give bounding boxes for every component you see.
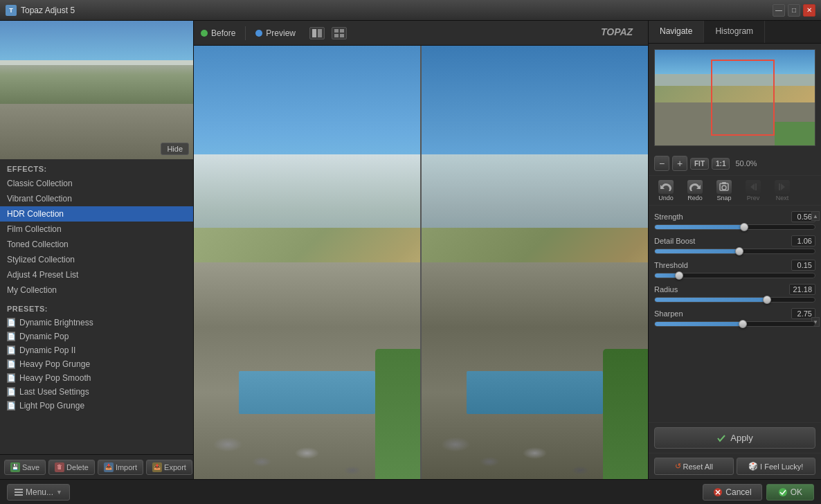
nav-grass <box>775 122 815 146</box>
radius-label: Radius <box>654 285 678 294</box>
toolbar-divider <box>245 26 246 40</box>
before-dot <box>201 30 208 37</box>
split-view-icon <box>312 29 322 37</box>
undo-button[interactable]: Undo <box>654 179 678 202</box>
sharpen-thumb[interactable] <box>739 320 747 328</box>
preset-icon: 📄 <box>7 401 15 411</box>
grid-view-icon <box>334 29 344 37</box>
delete-icon: 🗑 <box>55 462 64 472</box>
ok-button[interactable]: OK <box>766 484 814 501</box>
preset-item-heavygrunge[interactable]: 📄 Heavy Pop Grunge <box>0 357 193 371</box>
thumbnail-area: Hide <box>0 21 193 159</box>
export-button[interactable]: 📤 Export <box>146 460 192 475</box>
detail-boost-slider-row: Detail Boost 1.06 <box>654 235 815 254</box>
svg-rect-15 <box>15 492 23 493</box>
menu-icon <box>15 489 23 496</box>
redo-button[interactable]: Redo <box>683 179 707 202</box>
delete-button[interactable]: 🗑 Delete <box>48 460 95 475</box>
effect-item-my[interactable]: My Collection <box>0 282 193 298</box>
after-dot <box>255 30 262 37</box>
effects-list: Classic Collection Vibrant Collection HD… <box>0 176 193 298</box>
preset-item-lastused[interactable]: 📄 Last Used Settings <box>0 385 193 399</box>
tab-histogram[interactable]: Histogram <box>704 21 765 43</box>
bottom-actions: ↺ Reset All 🎲 I Feel Lucky! <box>649 453 821 479</box>
preset-item-heavysmooth[interactable]: 📄 Heavy Pop Smooth <box>0 371 193 385</box>
save-button[interactable]: 💾 Save <box>4 460 46 475</box>
preview-after <box>422 46 648 479</box>
detail-boost-slider[interactable] <box>654 249 815 254</box>
zoom-in-button[interactable]: + <box>672 156 687 171</box>
zoom-out-button[interactable]: − <box>654 156 669 171</box>
effects-section: EFFECTS: Classic Collection Vibrant Coll… <box>0 159 193 300</box>
preview-images <box>194 46 648 479</box>
import-icon: 📥 <box>104 462 114 472</box>
minimize-button[interactable]: — <box>773 4 785 17</box>
before-grass <box>375 349 420 479</box>
threshold-slider[interactable] <box>654 273 815 278</box>
presets-label: PRESETS: <box>0 305 193 316</box>
svg-rect-11 <box>755 183 757 190</box>
status-bar: Menu... ▼ Cancel OK <box>0 479 821 504</box>
effect-item-classic[interactable]: Classic Collection <box>0 176 193 191</box>
effect-item-film[interactable]: Film Collection <box>0 222 193 237</box>
effect-item-adjust4[interactable]: Adjust 4 Preset List <box>0 267 193 282</box>
left-toolbar: 💾 Save 🗑 Delete 📥 Import 📤 Export <box>0 454 193 479</box>
export-icon: 📤 <box>152 462 162 472</box>
maximize-button[interactable]: □ <box>788 4 800 17</box>
zoom-1to1-button[interactable]: 1:1 <box>712 158 730 170</box>
nav-viewport-box[interactable] <box>711 60 775 136</box>
reset-all-button[interactable]: ↺ Reset All <box>654 458 734 475</box>
preset-item-dynpop[interactable]: 📄 Dynamic Pop <box>0 330 193 343</box>
right-tabs: Navigate Histogram <box>649 21 821 44</box>
prev-button[interactable]: Prev <box>741 179 765 202</box>
strength-slider-row: Strength 0.56 <box>654 211 815 230</box>
sharpen-header: Sharpen 2.75 <box>654 308 815 319</box>
cancel-button[interactable]: Cancel <box>703 484 761 501</box>
radius-slider[interactable] <box>654 297 815 303</box>
effects-label: EFFECTS: <box>0 165 193 176</box>
effect-item-stylized[interactable]: Stylized Collection <box>0 252 193 267</box>
navigate-view <box>649 44 821 152</box>
center-panel: Before Preview <box>194 21 648 479</box>
view-split-button[interactable] <box>309 27 325 39</box>
sharpen-slider[interactable] <box>654 321 815 327</box>
import-button[interactable]: 📥 Import <box>98 460 143 475</box>
close-button[interactable]: ✕ <box>803 4 815 17</box>
apply-button[interactable]: Apply <box>654 427 815 449</box>
effect-item-vibrant[interactable]: Vibrant Collection <box>0 191 193 206</box>
slider-scroll-up[interactable]: ▲ <box>811 211 820 221</box>
svg-point-18 <box>779 488 787 496</box>
ok-icon <box>778 487 788 497</box>
effect-item-toned[interactable]: Toned Collection <box>0 237 193 252</box>
view-grid-button[interactable] <box>332 27 347 39</box>
tab-navigate[interactable]: Navigate <box>649 21 704 43</box>
presets-list[interactable]: 📄 Dynamic Brightness 📄 Dynamic Pop 📄 Dyn… <box>0 316 193 451</box>
svg-rect-8 <box>722 182 726 184</box>
preview-before <box>194 46 422 479</box>
zoom-fit-button[interactable]: FIT <box>690 158 709 170</box>
strength-thumb[interactable] <box>740 223 748 231</box>
svg-text:TOPAZ: TOPAZ <box>601 26 633 37</box>
sliders-area: ▲ ▼ Strength 0.56 <box>649 206 821 422</box>
detail-boost-label: Detail Boost <box>654 237 695 245</box>
preset-icon: 📄 <box>7 345 15 355</box>
effect-item-hdr[interactable]: HDR Collection <box>0 206 193 222</box>
nav-thumb-inner <box>655 50 815 145</box>
menu-button[interactable]: Menu... ▼ <box>7 484 70 501</box>
preset-item-dynpop2[interactable]: 📄 Dynamic Pop II <box>0 343 193 357</box>
detail-boost-thumb[interactable] <box>735 247 743 255</box>
strength-slider[interactable] <box>654 224 815 230</box>
radius-thumb[interactable] <box>763 296 771 304</box>
preset-item-lightgrunge[interactable]: 📄 Light Pop Grunge <box>0 399 193 413</box>
threshold-thumb[interactable] <box>675 271 683 280</box>
radius-slider-row: Radius 21.18 <box>654 284 815 303</box>
hide-button[interactable]: Hide <box>161 143 189 155</box>
next-button[interactable]: Next <box>770 179 794 202</box>
preset-item-dynbright[interactable]: 📄 Dynamic Brightness <box>0 316 193 330</box>
svg-rect-3 <box>340 29 344 33</box>
preset-icon: 📄 <box>7 359 15 369</box>
svg-rect-16 <box>15 494 23 496</box>
snap-button[interactable]: Snap <box>712 179 736 202</box>
preset-icon: 📄 <box>7 373 15 383</box>
feel-lucky-button[interactable]: 🎲 I Feel Lucky! <box>737 458 816 475</box>
